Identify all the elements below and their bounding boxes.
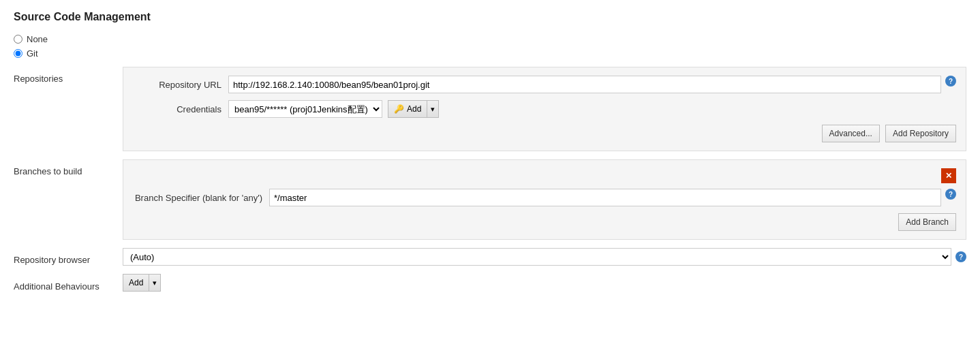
branch-specifier-label: Branch Specifier (blank for 'any') xyxy=(133,193,269,203)
none-radio[interactable] xyxy=(14,35,22,44)
credentials-field-container: bean95/****** (proj01Jenkins配置) 🔑 Add ▾ xyxy=(228,100,956,118)
branches-content: ✕ Branch Specifier (blank for 'any') ? A… xyxy=(123,159,966,240)
repo-url-field-container: ? xyxy=(228,76,956,93)
credentials-row: Credentials bean95/****** (proj01Jenkins… xyxy=(133,100,956,118)
repositories-content: Repository URL ? Credentials bean95/****… xyxy=(123,67,966,151)
repositories-actions: Advanced... Add Repository xyxy=(133,125,956,142)
branch-specifier-help-icon[interactable]: ? xyxy=(945,189,956,200)
page-title: Source Code Management xyxy=(14,11,966,23)
repo-browser-help-icon[interactable]: ? xyxy=(955,251,966,262)
repo-url-help-icon[interactable]: ? xyxy=(945,76,956,87)
repo-browser-section: Repository browser (Auto) ? xyxy=(14,248,966,266)
additional-behaviours-content: Add ▾ xyxy=(123,274,161,292)
repositories-label: Repositories xyxy=(14,67,123,151)
add-credentials-dropdown-button[interactable]: ▾ xyxy=(427,100,439,118)
additional-behaviours-label: Additional Behaviours xyxy=(14,275,123,292)
delete-icon: ✕ xyxy=(945,171,952,181)
add-behaviour-label: Add xyxy=(129,278,143,287)
branch-header: ✕ xyxy=(133,168,956,183)
branches-section: Branches to build ✕ Branch Specifier (bl… xyxy=(14,159,966,240)
scm-options: None Git xyxy=(14,34,966,59)
branch-specifier-input[interactable] xyxy=(269,189,941,206)
branches-actions: Add Branch xyxy=(133,213,956,231)
git-radio[interactable] xyxy=(14,49,22,58)
branches-label: Branches to build xyxy=(14,159,123,240)
add-repository-button[interactable]: Add Repository xyxy=(885,125,956,142)
advanced-button[interactable]: Advanced... xyxy=(822,125,880,142)
add-credentials-button[interactable]: 🔑 Add xyxy=(388,100,427,118)
repo-url-row: Repository URL ? xyxy=(133,76,956,93)
add-branch-button[interactable]: Add Branch xyxy=(898,213,956,231)
repo-browser-label: Repository browser xyxy=(14,248,123,266)
add-behaviour-chevron-icon: ▾ xyxy=(153,279,157,287)
repo-url-label: Repository URL xyxy=(133,80,228,90)
scm-page: Source Code Management None Git Reposito… xyxy=(0,0,980,359)
git-label[interactable]: Git xyxy=(27,48,38,59)
add-credentials-label: Add xyxy=(407,104,421,114)
credentials-label: Credentials xyxy=(133,104,228,114)
credentials-select[interactable]: bean95/****** (proj01Jenkins配置) xyxy=(228,100,382,118)
git-option: Git xyxy=(14,48,966,59)
none-option: None xyxy=(14,34,966,44)
key-icon: 🔑 xyxy=(394,104,404,114)
branch-specifier-field-container: ? xyxy=(269,189,956,206)
branch-specifier-row: Branch Specifier (blank for 'any') ? xyxy=(133,189,956,206)
none-label[interactable]: None xyxy=(27,34,48,44)
repositories-section: Repositories Repository URL ? Credential… xyxy=(14,67,966,151)
add-behaviour-split-button: Add ▾ xyxy=(123,274,161,292)
add-behaviour-dropdown-button[interactable]: ▾ xyxy=(149,274,161,292)
add-behaviour-button[interactable]: Add xyxy=(123,274,149,292)
additional-behaviours-section: Additional Behaviours Add ▾ xyxy=(14,274,966,292)
add-credentials-split-button: 🔑 Add ▾ xyxy=(388,100,439,118)
chevron-down-icon: ▾ xyxy=(431,105,435,114)
repo-browser-select[interactable]: (Auto) xyxy=(123,248,951,266)
repo-url-input[interactable] xyxy=(228,76,941,93)
delete-branch-button[interactable]: ✕ xyxy=(941,168,956,183)
